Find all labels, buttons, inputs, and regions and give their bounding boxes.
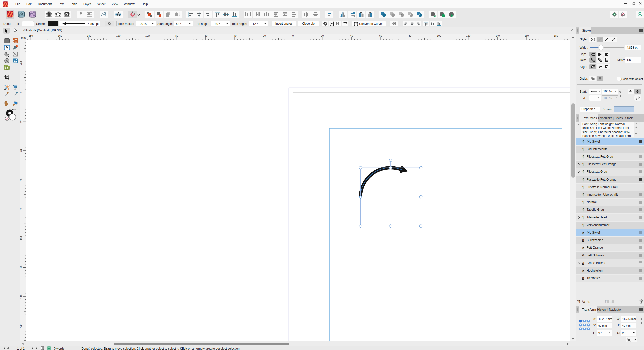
svg-text:180: 180 bbox=[554, 34, 558, 37]
svg-text:-80: -80 bbox=[174, 34, 178, 37]
svg-text:100: 100 bbox=[437, 34, 441, 37]
svg-text:20: 20 bbox=[20, 120, 23, 123]
svg-text:80: 80 bbox=[409, 34, 412, 37]
svg-text:0: 0 bbox=[292, 34, 294, 37]
svg-text:140: 140 bbox=[496, 34, 500, 37]
svg-text:160: 160 bbox=[20, 324, 23, 328]
svg-text:20: 20 bbox=[321, 34, 324, 37]
svg-text:-180: -180 bbox=[28, 34, 33, 37]
svg-text:60: 60 bbox=[379, 34, 382, 37]
svg-text:-60: -60 bbox=[204, 34, 208, 37]
svg-text:-20: -20 bbox=[20, 61, 23, 65]
svg-text:0: 0 bbox=[20, 91, 23, 93]
svg-text:100: 100 bbox=[20, 236, 23, 240]
svg-text:-160: -160 bbox=[57, 34, 62, 37]
svg-text:40: 40 bbox=[350, 34, 353, 37]
svg-text:-100: -100 bbox=[144, 34, 150, 37]
svg-text:-120: -120 bbox=[115, 34, 120, 37]
svg-text:a: a bbox=[610, 300, 612, 304]
svg-text:120: 120 bbox=[20, 265, 23, 270]
svg-text:60: 60 bbox=[20, 178, 23, 181]
svg-text:-140: -140 bbox=[86, 34, 91, 37]
svg-text:140: 140 bbox=[20, 294, 23, 299]
svg-text:¶: ¶ bbox=[605, 300, 607, 304]
svg-text:-20: -20 bbox=[262, 34, 266, 37]
svg-text:80: 80 bbox=[20, 207, 23, 210]
svg-text:-40: -40 bbox=[233, 34, 237, 37]
svg-text:40: 40 bbox=[20, 149, 23, 152]
svg-text:120: 120 bbox=[466, 34, 470, 37]
svg-text:160: 160 bbox=[525, 34, 529, 37]
